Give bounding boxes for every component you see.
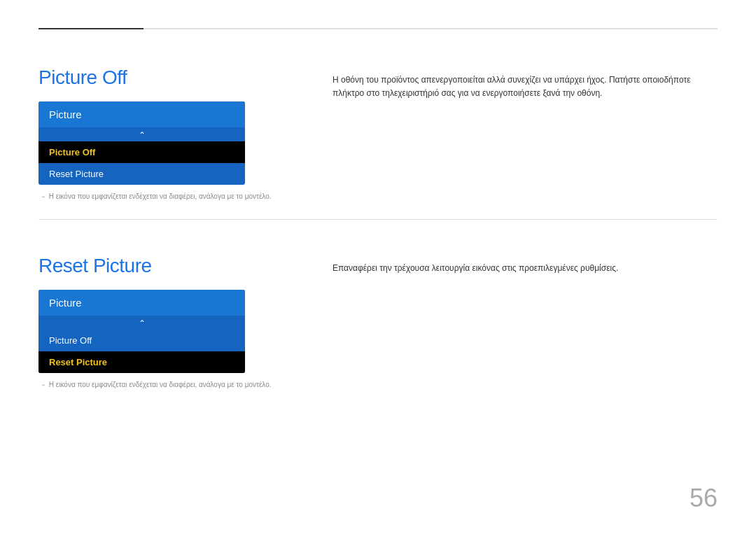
page-container: Picture Off Picture ⌃ Picture Off Reset … <box>0 0 756 534</box>
section-picture-off: Picture Off Picture ⌃ Picture Off Reset … <box>38 66 718 202</box>
menu-chevron-1: ⌃ <box>38 127 245 141</box>
menu-item-picture-off-1[interactable]: Picture Off <box>38 141 245 163</box>
section-left-2: Reset Picture Picture ⌃ Picture Off Rese… <box>38 255 304 390</box>
menu-box-1: Picture ⌃ Picture Off Reset Picture <box>38 101 245 185</box>
menu-header-2: Picture <box>38 290 245 316</box>
menu-item-picture-off-2[interactable]: Picture Off <box>38 330 245 351</box>
section-left-1: Picture Off Picture ⌃ Picture Off Reset … <box>38 66 304 202</box>
menu-header-1: Picture <box>38 101 245 127</box>
menu-chevron-2: ⌃ <box>38 316 245 330</box>
section-reset-picture: Reset Picture Picture ⌃ Picture Off Rese… <box>38 255 718 390</box>
section-title-1: Picture Off <box>38 66 304 89</box>
page-number: 56 <box>690 484 718 513</box>
menu-item-reset-picture-2[interactable]: Reset Picture <box>38 351 245 373</box>
section-desc-1: Η οθόνη του προϊόντος απενεργοποιείται α… <box>332 73 718 100</box>
section-desc-2: Επαναφέρει την τρέχουσα λειτουργία εικόν… <box>332 262 718 275</box>
menu-caption-1: － Η εικόνα που εμφανίζεται ενδέχεται να … <box>38 192 304 202</box>
top-line <box>38 28 718 29</box>
menu-item-reset-picture-1[interactable]: Reset Picture <box>38 163 245 185</box>
menu-caption-2: － Η εικόνα που εμφανίζεται ενδέχεται να … <box>38 380 304 390</box>
menu-box-2: Picture ⌃ Picture Off Reset Picture <box>38 290 245 373</box>
section-title-2: Reset Picture <box>38 255 304 277</box>
section-divider <box>38 219 718 220</box>
section-right-1: Η οθόνη του προϊόντος απενεργοποιείται α… <box>304 66 718 202</box>
section-right-2: Επαναφέρει την τρέχουσα λειτουργία εικόν… <box>304 255 718 390</box>
